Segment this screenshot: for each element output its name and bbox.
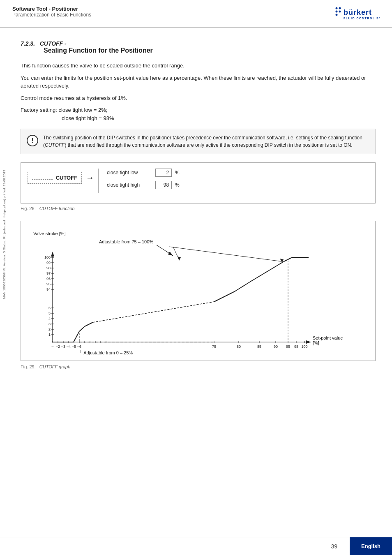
svg-text:80: 80 (237, 345, 241, 349)
section-number: 7.2.3. (21, 40, 35, 47)
high-annotation-arrow2 (169, 247, 282, 261)
burkert-logo: bürkert FLUID CONTROL SYSTEMS (334, 6, 380, 24)
warning-icon: ! (27, 135, 38, 146)
svg-point-4 (336, 14, 338, 16)
svg-text:98: 98 (294, 345, 298, 349)
warning-box: ! The switching position of the DIP swit… (21, 129, 376, 154)
svg-point-0 (336, 7, 338, 9)
svg-text:2: 2 (48, 327, 51, 331)
svg-text:3: 3 (48, 322, 51, 326)
main-content: 7.2.3. CUTOFF - Sealing Function for the… (8, 28, 392, 391)
svg-text:FLUID CONTROL SYSTEMS: FLUID CONTROL SYSTEMS (344, 17, 380, 20)
cutoff-block: CUTOFF → (28, 169, 94, 184)
svg-text:6: 6 (48, 306, 51, 310)
svg-text:–6: –6 (77, 345, 81, 349)
svg-text:–5: –5 (72, 345, 76, 349)
svg-text:5: 5 (48, 311, 51, 315)
svg-text:100: 100 (301, 345, 307, 349)
svg-text:100: 100 (44, 255, 51, 259)
fig28-caption: Fig. 28: CUTOFF function (21, 206, 376, 211)
svg-text:75: 75 (212, 345, 216, 349)
fig29-label: Fig. 29: (21, 364, 36, 369)
param-label-2: close tight high (107, 182, 152, 188)
cutoff-graph-svg: Valve stroke [%] Adjustable from 75 – 10… (29, 228, 374, 355)
param-unit-2: % (175, 182, 180, 188)
y-axis-title: Valve stroke [%] (33, 231, 66, 236)
param-value-2: 98 (155, 181, 172, 189)
body-paragraph-2: You can enter the limits for the positio… (21, 74, 376, 90)
low-rise-2 (76, 331, 79, 337)
section-number-line: 7.2.3. CUTOFF - (21, 40, 376, 47)
diagonal-dashed (93, 302, 214, 322)
x-axis-title-2: [%] (313, 340, 319, 345)
svg-text:bürkert: bürkert (344, 8, 372, 16)
high-rise-4 (272, 261, 284, 269)
svg-text:96: 96 (46, 277, 51, 281)
svg-point-3 (339, 11, 341, 13)
fig28-description: CUTOFF function (39, 206, 75, 211)
svg-text:98: 98 (46, 266, 51, 270)
high-rise-1 (214, 291, 235, 302)
header-subtitle: Parameterization of Basic Functions (12, 12, 91, 18)
body-paragraph-1: This function causes the valve to be sea… (21, 62, 376, 70)
svg-text:4: 4 (48, 317, 51, 321)
svg-text:97: 97 (46, 271, 51, 275)
low-rise-4 (85, 322, 93, 326)
sidebar-text-content: MAN 1000120508 ML Version: D Status: RL … (2, 170, 6, 299)
svg-text:1: 1 (48, 333, 51, 337)
section-heading: 7.2.3. CUTOFF - Sealing Function for the… (21, 40, 376, 54)
y-axis-arrowhead (51, 252, 54, 257)
warning-text: The switching position of the DIP switch… (43, 134, 369, 149)
high-arrow (157, 245, 173, 256)
page-footer: 39 English (0, 537, 392, 555)
high-annotation-arrowhead (178, 257, 181, 261)
low-rise-3 (79, 326, 85, 331)
arrow-icon: → (86, 173, 94, 183)
svg-text:–: – (51, 345, 53, 349)
fig29-description: CUTOFF graph (39, 364, 70, 369)
cutoff-label: CUTOFF (28, 172, 82, 184)
language-tab: English (350, 537, 392, 555)
params-block: close tight low 2 % close tight high 98 … (98, 169, 180, 193)
low-adjustable-label: └ Adjustable from 0 – 25% (79, 350, 133, 355)
x-axis-title-1: Set-point value (313, 335, 343, 340)
svg-text:–2: –2 (56, 345, 60, 349)
page-number: 39 (318, 543, 350, 550)
svg-text:94: 94 (46, 287, 51, 291)
low-rise-1 (74, 337, 76, 342)
header-text: Software Tool - Positioner Parameterizat… (12, 6, 91, 18)
param-row-1: close tight low 2 % (107, 169, 180, 177)
burkert-logo-svg: bürkert FLUID CONTROL SYSTEMS (334, 6, 380, 21)
svg-text:99: 99 (46, 261, 51, 265)
page-header: Software Tool - Positioner Parameterizat… (0, 0, 392, 28)
cutoff-diagram-box: CUTOFF → close tight low 2 % close tight… (21, 162, 376, 204)
high-rise-3 (251, 269, 272, 281)
body-paragraph-4: Factory setting: close tight low = 2%; c… (21, 106, 376, 122)
svg-text:95: 95 (46, 282, 51, 286)
svg-text:90: 90 (274, 345, 278, 349)
logo-area: bürkert FLUID CONTROL SYSTEMS (334, 6, 380, 24)
x-axis-arrowhead (306, 340, 311, 344)
high-rise-2 (235, 281, 251, 291)
graph-container: Valve stroke [%] Adjustable from 75 – 10… (21, 221, 376, 361)
sidebar-metadata: MAN 1000120508 ML Version: D Status: RL … (0, 90, 8, 378)
section-title-italic: CUTOFF - (40, 40, 67, 47)
fig28-label: Fig. 28: (21, 206, 36, 211)
param-value-1: 2 (155, 169, 172, 177)
svg-text:–3: –3 (61, 345, 65, 349)
svg-text:85: 85 (257, 345, 261, 349)
svg-point-2 (336, 11, 338, 13)
param-unit-1: % (175, 170, 180, 176)
svg-text:95: 95 (286, 345, 290, 349)
body-paragraph-3: Control mode resumes at a hysteresis of … (21, 94, 376, 102)
svg-point-1 (339, 7, 341, 9)
param-row-2: close tight high 98 % (107, 181, 180, 189)
param-label-1: close tight low (107, 170, 152, 176)
svg-text:–4: –4 (67, 345, 71, 349)
header-title: Software Tool - Positioner (12, 6, 91, 12)
cutoff-text: CUTOFF (56, 175, 77, 181)
fig29-caption: Fig. 29: CUTOFF graph (21, 364, 376, 369)
high-adjustable-label: Adjustable from 75 – 100% (99, 239, 153, 244)
section-title-main: Sealing Function for the Positioner (44, 47, 376, 54)
